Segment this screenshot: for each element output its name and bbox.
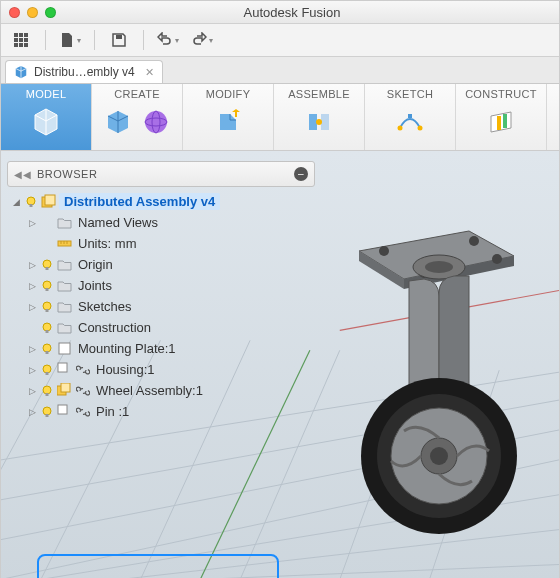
bulb-icon[interactable] [24, 195, 38, 209]
ribbon-tab-construct[interactable]: CONSTRUCT [456, 84, 547, 150]
undo-button[interactable]: ▾ [154, 28, 182, 52]
viewport[interactable]: ◀◀ BROWSER – ◢ Distributed Assembly v4 ▷… [1, 151, 559, 578]
box-icon [102, 106, 134, 138]
ribbon-tab-model[interactable]: MODEL [1, 84, 92, 150]
bulb-icon[interactable] [40, 258, 54, 272]
expand-arrow-icon[interactable]: ◢ [11, 197, 21, 207]
ribbon-tab-assemble[interactable]: ASSEMBLE [274, 84, 365, 150]
plane-icon [485, 106, 517, 138]
ribbon-tab-sketch[interactable]: SKETCH [365, 84, 456, 150]
svg-rect-59 [46, 393, 49, 396]
close-tab-icon[interactable]: ✕ [145, 66, 154, 79]
expand-arrow-icon[interactable] [27, 239, 37, 249]
ruler-icon [57, 236, 72, 251]
file-menu-button[interactable]: ▾ [56, 28, 84, 52]
bulb-icon[interactable] [40, 384, 54, 398]
expand-arrow-icon[interactable]: ▷ [27, 344, 37, 354]
svg-rect-53 [46, 351, 49, 354]
svg-point-44 [43, 260, 51, 268]
browser-header[interactable]: ◀◀ BROWSER – [7, 161, 315, 187]
browser-panel: ◀◀ BROWSER – ◢ Distributed Assembly v4 ▷… [7, 161, 315, 422]
tree-item[interactable]: ▷Named Views [7, 212, 315, 233]
expand-arrow-icon[interactable]: ▷ [27, 407, 37, 417]
folder-icon [57, 320, 72, 335]
link-icon [75, 383, 90, 398]
expand-arrow-icon[interactable]: ▷ [27, 302, 37, 312]
svg-point-15 [316, 119, 322, 125]
expand-arrow-icon[interactable]: ▷ [27, 386, 37, 396]
bulb-icon[interactable] [40, 342, 54, 356]
svg-rect-45 [46, 267, 49, 270]
svg-rect-13 [309, 114, 317, 130]
titlebar: Autodesk Fusion [1, 1, 559, 24]
tree-item-label: Wheel Assembly:1 [93, 382, 206, 399]
tree-item[interactable]: ▷Mounting Plate:1 [7, 338, 315, 359]
tree-item-label: Named Views [75, 214, 161, 231]
svg-point-75 [430, 447, 448, 465]
bulb-icon[interactable] [40, 363, 54, 377]
svg-rect-9 [116, 35, 122, 39]
expand-arrow-icon[interactable]: ▷ [27, 365, 37, 375]
svg-point-66 [469, 236, 479, 246]
svg-rect-56 [46, 372, 49, 375]
document-tab[interactable]: Distribu…embly v4 ✕ [5, 60, 163, 83]
tree-root[interactable]: ◢ Distributed Assembly v4 [7, 191, 315, 212]
expand-arrow-icon[interactable]: ▷ [27, 281, 37, 291]
document-tab-label: Distribu…embly v4 [34, 65, 135, 79]
tree-item-label: Origin [75, 256, 116, 273]
bulb-icon[interactable] [40, 321, 54, 335]
svg-line-26 [200, 565, 559, 578]
app-window: Autodesk Fusion ▾ ▾ ▾ Distribu…embly v4 … [0, 0, 560, 578]
save-button[interactable] [105, 28, 133, 52]
data-panel-button[interactable] [7, 28, 35, 52]
svg-rect-64 [58, 405, 67, 414]
svg-rect-8 [24, 43, 28, 47]
tree-item[interactable]: ▷Wheel Assembly:1 [7, 380, 315, 401]
joint-icon [303, 106, 335, 138]
svg-rect-37 [30, 204, 33, 207]
expand-arrow-icon[interactable] [27, 323, 37, 333]
document-tabs: Distribu…embly v4 ✕ [1, 57, 559, 84]
ribbon-tab-create[interactable]: CREATE [92, 84, 183, 150]
redo-button[interactable]: ▾ [188, 28, 216, 52]
ribbon-tab-inspect[interactable]: IN [547, 84, 560, 150]
tree-item[interactable]: ▷Housing:1 [7, 359, 315, 380]
bulb-icon[interactable] [40, 405, 54, 419]
model-caster-wheel [289, 201, 539, 551]
close-window-button[interactable] [9, 7, 20, 18]
svg-point-10 [145, 111, 167, 133]
tree-item[interactable]: Construction [7, 317, 315, 338]
expand-arrow-icon[interactable]: ▷ [27, 218, 37, 228]
ribbon-tab-modify[interactable]: MODIFY [183, 84, 274, 150]
svg-point-55 [43, 365, 51, 373]
expand-arrow-icon[interactable]: ▷ [27, 260, 37, 270]
tree-item-label: Joints [75, 277, 115, 294]
tree-item[interactable]: ▷Pin :1 [7, 401, 315, 422]
svg-rect-1 [19, 33, 23, 37]
collapse-icon[interactable]: ◀◀ [14, 169, 31, 180]
svg-rect-18 [408, 114, 412, 118]
grid-icon [13, 32, 29, 48]
svg-point-48 [43, 302, 51, 310]
model-cube-icon [30, 106, 62, 138]
svg-point-50 [43, 323, 51, 331]
link-icon [76, 363, 90, 377]
component-link-icon [57, 404, 72, 419]
svg-rect-49 [46, 309, 49, 312]
tree-item[interactable]: Units: mm [7, 233, 315, 254]
bulb-icon[interactable] [40, 279, 54, 293]
link-icon [76, 384, 90, 398]
browser-options-icon[interactable]: – [294, 167, 308, 181]
tree-item[interactable]: ▷Joints [7, 275, 315, 296]
component-icon [57, 341, 72, 356]
svg-rect-6 [14, 43, 18, 47]
svg-rect-5 [24, 38, 28, 42]
tree-item[interactable]: ▷Sketches [7, 296, 315, 317]
tree-item[interactable]: ▷Origin [7, 254, 315, 275]
folder-icon [57, 257, 72, 272]
tree-root-label: Distributed Assembly v4 [59, 193, 220, 210]
bulb-icon[interactable] [40, 300, 54, 314]
svg-rect-14 [321, 114, 329, 130]
svg-rect-2 [24, 33, 28, 37]
svg-rect-0 [14, 33, 18, 37]
